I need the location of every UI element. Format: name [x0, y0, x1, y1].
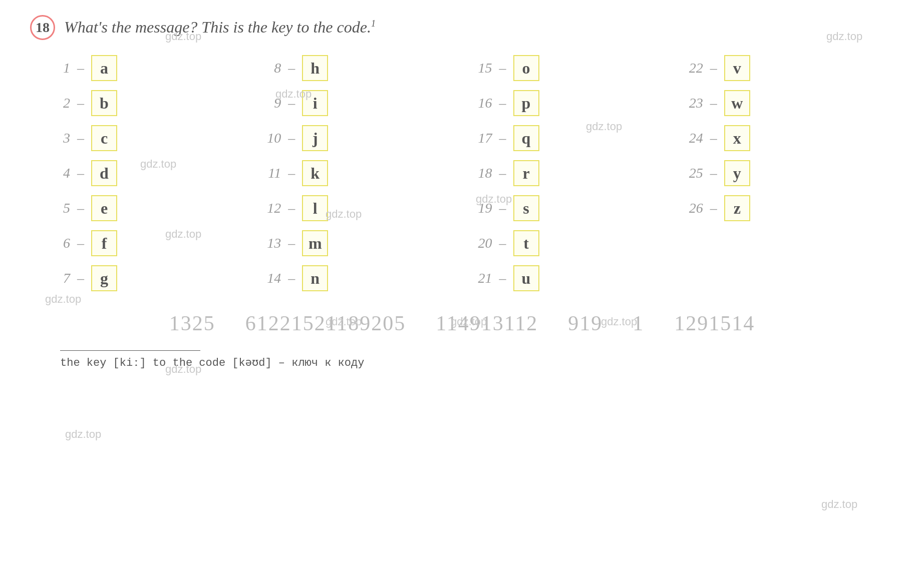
key-dash: – [288, 130, 295, 146]
key-number: 17 [472, 130, 492, 146]
key-column-4: 22 – v 23 – w 24 – x 25 – y 26 – z [683, 55, 894, 291]
key-letter: h [302, 55, 328, 81]
code-group-6: 1291514 [674, 311, 755, 335]
code-group-1: 1325 [169, 311, 215, 335]
key-item: 4 – d [50, 160, 261, 186]
key-letter: u [513, 265, 539, 291]
key-dash: – [499, 235, 506, 251]
code-group-2: 61221521189205 [245, 311, 406, 335]
key-number: 4 [50, 165, 70, 181]
key-dash: – [77, 60, 84, 76]
key-number: 19 [472, 200, 492, 216]
key-item: 10 – j [261, 125, 472, 151]
key-letter: e [91, 195, 117, 221]
key-dash: – [77, 270, 84, 286]
exercise-header: 18 What's the message? This is the key t… [30, 15, 894, 40]
key-dash: – [288, 60, 295, 76]
key-item: 20 – t [472, 230, 683, 256]
key-letter: t [513, 230, 539, 256]
watermark: gdz.top [45, 293, 81, 306]
key-column-1: 1 – a 2 – b 3 – c 4 – d 5 – e 6 – [50, 55, 261, 291]
key-number: 24 [683, 130, 703, 146]
key-dash: – [710, 165, 717, 181]
key-column-3: 15 – o 16 – p 17 – q 18 – r 19 – s 20 [472, 55, 683, 291]
key-grid: 1 – a 2 – b 3 – c 4 – d 5 – e 6 – [30, 55, 894, 291]
key-dash: – [499, 270, 506, 286]
footnote-text: the key [kiː] to the code [kəʊd] – ключ … [60, 356, 894, 369]
watermark: gdz.top [65, 428, 101, 441]
key-item: 23 – w [683, 90, 894, 116]
key-letter: d [91, 160, 117, 186]
key-item: 3 – c [50, 125, 261, 151]
key-column-2: 8 – h 9 – i 10 – j 11 – k 12 – l 13 – [261, 55, 472, 291]
key-number: 11 [261, 165, 281, 181]
key-letter: x [724, 125, 750, 151]
key-number: 10 [261, 130, 281, 146]
exercise-number: 18 [30, 15, 55, 40]
key-number: 9 [261, 95, 281, 111]
key-item: 8 – h [261, 55, 472, 81]
key-letter: p [513, 90, 539, 116]
key-letter: c [91, 125, 117, 151]
key-number: 21 [472, 270, 492, 286]
key-dash: – [499, 95, 506, 111]
key-number: 22 [683, 60, 703, 76]
key-letter: j [302, 125, 328, 151]
key-item: 7 – g [50, 265, 261, 291]
key-dash: – [77, 165, 84, 181]
key-letter: l [302, 195, 328, 221]
key-dash: – [77, 130, 84, 146]
key-letter: z [724, 195, 750, 221]
key-number: 2 [50, 95, 70, 111]
code-group-3: 114913112 [436, 311, 538, 335]
key-number: 18 [472, 165, 492, 181]
key-dash: – [288, 165, 295, 181]
key-dash: – [288, 95, 295, 111]
key-item: 6 – f [50, 230, 261, 256]
key-item: 2 – b [50, 90, 261, 116]
key-dash: – [499, 130, 506, 146]
key-item: 21 – u [472, 265, 683, 291]
key-letter: v [724, 55, 750, 81]
key-number: 3 [50, 130, 70, 146]
key-item: 18 – r [472, 160, 683, 186]
key-item: 9 – i [261, 90, 472, 116]
key-letter: n [302, 265, 328, 291]
key-item: 13 – m [261, 230, 472, 256]
key-dash: – [77, 235, 84, 251]
key-dash: – [499, 165, 506, 181]
key-number: 20 [472, 235, 492, 251]
key-number: 13 [261, 235, 281, 251]
key-number: 8 [261, 60, 281, 76]
key-number: 25 [683, 165, 703, 181]
key-dash: – [288, 270, 295, 286]
key-letter: q [513, 125, 539, 151]
key-number: 15 [472, 60, 492, 76]
key-letter: m [302, 230, 328, 256]
key-item: 16 – p [472, 90, 683, 116]
key-dash: – [288, 200, 295, 216]
key-number: 23 [683, 95, 703, 111]
key-item: 25 – y [683, 160, 894, 186]
key-item: 5 – e [50, 195, 261, 221]
footnote-divider [60, 350, 200, 351]
watermark: gdz.top [821, 498, 857, 511]
key-number: 26 [683, 200, 703, 216]
key-item: 14 – n [261, 265, 472, 291]
key-dash: – [288, 235, 295, 251]
key-dash: – [710, 60, 717, 76]
key-letter: s [513, 195, 539, 221]
key-letter: k [302, 160, 328, 186]
key-letter: o [513, 55, 539, 81]
key-item: 12 – l [261, 195, 472, 221]
key-letter: w [724, 90, 750, 116]
key-number: 1 [50, 60, 70, 76]
key-letter: a [91, 55, 117, 81]
key-letter: y [724, 160, 750, 186]
key-dash: – [710, 95, 717, 111]
key-dash: – [77, 95, 84, 111]
key-item: 15 – o [472, 55, 683, 81]
key-dash: – [77, 200, 84, 216]
key-dash: – [710, 200, 717, 216]
key-letter: b [91, 90, 117, 116]
